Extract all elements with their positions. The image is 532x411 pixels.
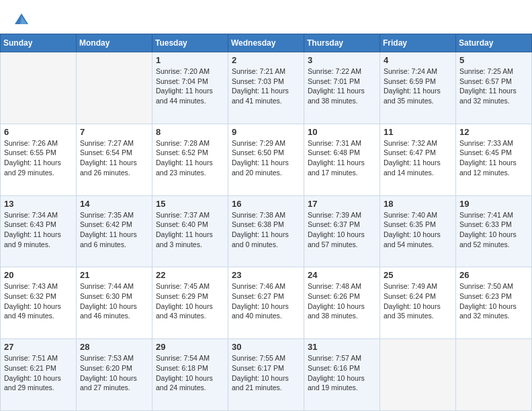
weekday-header-friday: Friday [380,34,456,52]
logo-icon [13,12,30,27]
day-number: 31 [308,342,376,352]
calendar-cell: 17Sunrise: 7:39 AMSunset: 6:37 PMDayligh… [304,195,380,267]
day-info: Sunrise: 7:50 AMSunset: 6:23 PMDaylight:… [459,281,528,321]
calendar-cell: 3Sunrise: 7:22 AMSunset: 7:01 PMDaylight… [304,52,380,124]
calendar-cell: 16Sunrise: 7:38 AMSunset: 6:38 PMDayligh… [228,195,304,267]
day-info: Sunrise: 7:32 AMSunset: 6:47 PMDaylight:… [384,138,452,178]
day-info: Sunrise: 7:29 AMSunset: 6:50 PMDaylight:… [232,138,300,178]
calendar-cell: 9Sunrise: 7:29 AMSunset: 6:50 PMDaylight… [228,124,304,195]
calendar-cell: 8Sunrise: 7:28 AMSunset: 6:52 PMDaylight… [152,124,228,195]
day-info: Sunrise: 7:20 AMSunset: 7:04 PMDaylight:… [156,66,224,106]
calendar-cell: 2Sunrise: 7:21 AMSunset: 7:03 PMDaylight… [228,52,304,124]
day-info: Sunrise: 7:44 AMSunset: 6:30 PMDaylight:… [80,281,148,321]
day-number: 7 [80,127,148,137]
calendar-cell: 31Sunrise: 7:57 AMSunset: 6:16 PMDayligh… [304,339,380,411]
day-info: Sunrise: 7:39 AMSunset: 6:37 PMDaylight:… [308,210,376,250]
calendar-cell: 25Sunrise: 7:49 AMSunset: 6:24 PMDayligh… [380,267,456,339]
calendar-cell: 1Sunrise: 7:20 AMSunset: 7:04 PMDaylight… [152,52,228,124]
day-info: Sunrise: 7:34 AMSunset: 6:43 PMDaylight:… [4,210,73,250]
day-number: 16 [232,199,300,209]
weekday-header-saturday: Saturday [456,34,532,52]
calendar-cell: 14Sunrise: 7:35 AMSunset: 6:42 PMDayligh… [77,195,152,267]
calendar-cell: 11Sunrise: 7:32 AMSunset: 6:47 PMDayligh… [380,124,456,195]
calendar-cell [77,52,152,124]
day-info: Sunrise: 7:25 AMSunset: 6:57 PMDaylight:… [459,66,528,106]
day-number: 12 [459,127,528,137]
day-info: Sunrise: 7:22 AMSunset: 7:01 PMDaylight:… [308,66,376,106]
day-number: 25 [384,270,452,280]
day-number: 10 [308,127,376,137]
calendar-cell: 6Sunrise: 7:26 AMSunset: 6:55 PMDaylight… [1,124,77,195]
calendar-cell: 7Sunrise: 7:27 AMSunset: 6:54 PMDaylight… [77,124,152,195]
day-info: Sunrise: 7:35 AMSunset: 6:42 PMDaylight:… [80,210,148,250]
day-number: 30 [232,342,300,352]
day-info: Sunrise: 7:24 AMSunset: 6:59 PMDaylight:… [384,66,452,106]
calendar-cell: 29Sunrise: 7:54 AMSunset: 6:18 PMDayligh… [152,339,228,411]
calendar-week-row: 1Sunrise: 7:20 AMSunset: 7:04 PMDaylight… [1,52,532,124]
page: SundayMondayTuesdayWednesdayThursdayFrid… [0,0,532,411]
calendar-cell [380,339,456,411]
calendar-table: SundayMondayTuesdayWednesdayThursdayFrid… [0,34,532,411]
day-info: Sunrise: 7:45 AMSunset: 6:29 PMDaylight:… [156,281,224,321]
calendar-cell: 30Sunrise: 7:55 AMSunset: 6:17 PMDayligh… [228,339,304,411]
day-info: Sunrise: 7:21 AMSunset: 7:03 PMDaylight:… [232,66,300,106]
day-info: Sunrise: 7:28 AMSunset: 6:52 PMDaylight:… [156,138,224,178]
day-number: 1 [156,55,224,65]
calendar-cell: 4Sunrise: 7:24 AMSunset: 6:59 PMDaylight… [380,52,456,124]
calendar-cell: 13Sunrise: 7:34 AMSunset: 6:43 PMDayligh… [1,195,77,267]
day-info: Sunrise: 7:48 AMSunset: 6:26 PMDaylight:… [308,281,376,321]
calendar-cell: 21Sunrise: 7:44 AMSunset: 6:30 PMDayligh… [77,267,152,339]
day-info: Sunrise: 7:37 AMSunset: 6:40 PMDaylight:… [156,210,224,250]
day-number: 8 [156,127,224,137]
day-number: 3 [308,55,376,65]
calendar-cell: 10Sunrise: 7:31 AMSunset: 6:48 PMDayligh… [304,124,380,195]
day-info: Sunrise: 7:46 AMSunset: 6:27 PMDaylight:… [232,281,300,321]
day-info: Sunrise: 7:49 AMSunset: 6:24 PMDaylight:… [384,281,452,321]
day-info: Sunrise: 7:43 AMSunset: 6:32 PMDaylight:… [4,281,73,321]
day-info: Sunrise: 7:53 AMSunset: 6:20 PMDaylight:… [80,353,148,393]
calendar-cell: 23Sunrise: 7:46 AMSunset: 6:27 PMDayligh… [228,267,304,339]
day-info: Sunrise: 7:38 AMSunset: 6:38 PMDaylight:… [232,210,300,250]
day-number: 26 [459,270,528,280]
calendar-cell: 12Sunrise: 7:33 AMSunset: 6:45 PMDayligh… [456,124,532,195]
day-number: 5 [459,55,528,65]
logo [12,12,30,27]
day-number: 11 [384,127,452,137]
calendar-week-row: 6Sunrise: 7:26 AMSunset: 6:55 PMDaylight… [1,124,532,195]
day-number: 17 [308,199,376,209]
day-number: 18 [384,199,452,209]
calendar-week-row: 20Sunrise: 7:43 AMSunset: 6:32 PMDayligh… [1,267,532,339]
day-number: 28 [80,342,148,352]
day-number: 24 [308,270,376,280]
calendar-cell: 18Sunrise: 7:40 AMSunset: 6:35 PMDayligh… [380,195,456,267]
day-info: Sunrise: 7:54 AMSunset: 6:18 PMDaylight:… [156,353,224,393]
day-number: 6 [4,127,73,137]
day-info: Sunrise: 7:26 AMSunset: 6:55 PMDaylight:… [4,138,73,178]
day-number: 13 [4,199,73,209]
calendar-cell [456,339,532,411]
calendar-week-row: 13Sunrise: 7:34 AMSunset: 6:43 PMDayligh… [1,195,532,267]
day-number: 29 [156,342,224,352]
day-info: Sunrise: 7:51 AMSunset: 6:21 PMDaylight:… [4,353,73,393]
calendar-cell: 20Sunrise: 7:43 AMSunset: 6:32 PMDayligh… [1,267,77,339]
header [0,0,532,34]
calendar-cell: 5Sunrise: 7:25 AMSunset: 6:57 PMDaylight… [456,52,532,124]
day-info: Sunrise: 7:41 AMSunset: 6:33 PMDaylight:… [459,210,528,250]
day-number: 9 [232,127,300,137]
day-number: 2 [232,55,300,65]
calendar-cell: 19Sunrise: 7:41 AMSunset: 6:33 PMDayligh… [456,195,532,267]
calendar-cell: 22Sunrise: 7:45 AMSunset: 6:29 PMDayligh… [152,267,228,339]
calendar-cell: 27Sunrise: 7:51 AMSunset: 6:21 PMDayligh… [1,339,77,411]
day-number: 27 [4,342,73,352]
calendar-cell: 26Sunrise: 7:50 AMSunset: 6:23 PMDayligh… [456,267,532,339]
day-info: Sunrise: 7:33 AMSunset: 6:45 PMDaylight:… [459,138,528,178]
weekday-header-row: SundayMondayTuesdayWednesdayThursdayFrid… [1,34,532,52]
day-info: Sunrise: 7:55 AMSunset: 6:17 PMDaylight:… [232,353,300,393]
calendar-week-row: 27Sunrise: 7:51 AMSunset: 6:21 PMDayligh… [1,339,532,411]
weekday-header-wednesday: Wednesday [228,34,304,52]
calendar-cell: 24Sunrise: 7:48 AMSunset: 6:26 PMDayligh… [304,267,380,339]
weekday-header-thursday: Thursday [304,34,380,52]
day-number: 4 [384,55,452,65]
day-info: Sunrise: 7:27 AMSunset: 6:54 PMDaylight:… [80,138,148,178]
day-info: Sunrise: 7:57 AMSunset: 6:16 PMDaylight:… [308,353,376,393]
